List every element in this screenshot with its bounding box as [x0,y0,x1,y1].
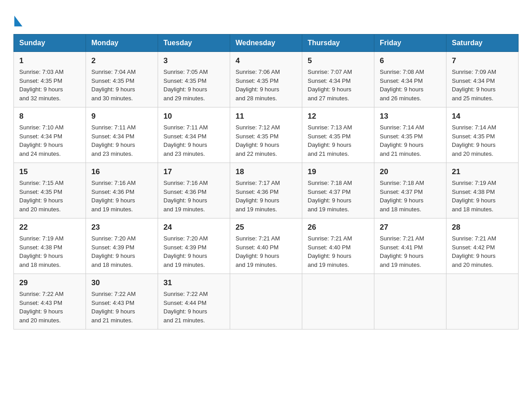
table-row: 16 Sunrise: 7:16 AM Sunset: 4:36 PM Dayl… [86,163,158,218]
day-info: Sunrise: 7:22 AM Sunset: 4:43 PM Dayligh… [19,291,64,324]
day-info: Sunrise: 7:14 AM Sunset: 4:35 PM Dayligh… [380,124,424,157]
day-number: 9 [91,112,152,121]
table-row: 8 Sunrise: 7:10 AM Sunset: 4:34 PM Dayli… [14,107,86,163]
table-row: 26 Sunrise: 7:21 AM Sunset: 4:40 PM Dayl… [302,218,374,274]
calendar-row: 29 Sunrise: 7:22 AM Sunset: 4:43 PM Dayl… [14,274,519,330]
day-number: 22 [19,223,80,232]
table-row: 28 Sunrise: 7:21 AM Sunset: 4:42 PM Dayl… [446,218,519,274]
day-number: 6 [380,56,441,65]
day-info: Sunrise: 7:19 AM Sunset: 4:38 PM Dayligh… [19,235,64,268]
table-row: 18 Sunrise: 7:17 AM Sunset: 4:36 PM Dayl… [230,163,302,218]
day-info: Sunrise: 7:21 AM Sunset: 4:41 PM Dayligh… [380,235,424,268]
page-header [13,13,519,25]
table-row: 4 Sunrise: 7:06 AM Sunset: 4:35 PM Dayli… [230,52,302,107]
day-info: Sunrise: 7:07 AM Sunset: 4:34 PM Dayligh… [308,68,352,102]
day-number: 30 [91,278,152,287]
day-number: 26 [308,223,369,232]
day-info: Sunrise: 7:18 AM Sunset: 4:37 PM Dayligh… [308,180,352,213]
day-info: Sunrise: 7:17 AM Sunset: 4:36 PM Dayligh… [236,180,280,213]
day-info: Sunrise: 7:22 AM Sunset: 4:43 PM Dayligh… [91,291,136,324]
table-row: 15 Sunrise: 7:15 AM Sunset: 4:35 PM Dayl… [14,163,86,218]
day-number: 8 [19,112,80,121]
col-monday: Monday [86,34,158,52]
table-row: 22 Sunrise: 7:19 AM Sunset: 4:38 PM Dayl… [14,218,86,274]
day-number: 5 [308,56,369,65]
day-info: Sunrise: 7:16 AM Sunset: 4:36 PM Dayligh… [91,180,136,213]
logo-text [13,13,23,29]
day-info: Sunrise: 7:05 AM Sunset: 4:35 PM Dayligh… [163,68,208,102]
table-row: 25 Sunrise: 7:21 AM Sunset: 4:40 PM Dayl… [230,218,302,274]
day-info: Sunrise: 7:20 AM Sunset: 4:39 PM Dayligh… [91,235,136,268]
day-info: Sunrise: 7:08 AM Sunset: 4:34 PM Dayligh… [380,68,424,102]
day-info: Sunrise: 7:13 AM Sunset: 4:35 PM Dayligh… [308,124,352,157]
calendar-table: Sunday Monday Tuesday Wednesday Thursday… [13,34,519,330]
table-row: 10 Sunrise: 7:11 AM Sunset: 4:34 PM Dayl… [158,107,230,163]
table-row [302,274,374,330]
calendar-row: 15 Sunrise: 7:15 AM Sunset: 4:35 PM Dayl… [14,163,519,218]
table-row: 6 Sunrise: 7:08 AM Sunset: 4:34 PM Dayli… [374,52,446,107]
day-info: Sunrise: 7:15 AM Sunset: 4:35 PM Dayligh… [19,180,64,213]
table-row: 29 Sunrise: 7:22 AM Sunset: 4:43 PM Dayl… [14,274,86,330]
table-row: 11 Sunrise: 7:12 AM Sunset: 4:35 PM Dayl… [230,107,302,163]
table-row: 31 Sunrise: 7:22 AM Sunset: 4:44 PM Dayl… [158,274,230,330]
table-row: 21 Sunrise: 7:19 AM Sunset: 4:38 PM Dayl… [446,163,519,218]
day-info: Sunrise: 7:18 AM Sunset: 4:37 PM Dayligh… [380,180,424,213]
day-info: Sunrise: 7:12 AM Sunset: 4:35 PM Dayligh… [236,124,280,157]
weekday-row: Sunday Monday Tuesday Wednesday Thursday… [14,34,519,52]
day-number: 28 [452,223,513,232]
table-row [446,274,519,330]
day-number: 15 [19,167,80,176]
day-number: 18 [236,167,296,176]
day-info: Sunrise: 7:20 AM Sunset: 4:39 PM Dayligh… [163,235,208,268]
col-wednesday: Wednesday [230,34,302,52]
table-row: 19 Sunrise: 7:18 AM Sunset: 4:37 PM Dayl… [302,163,374,218]
table-row: 1 Sunrise: 7:03 AM Sunset: 4:35 PM Dayli… [14,52,86,107]
col-friday: Friday [374,34,446,52]
table-row: 3 Sunrise: 7:05 AM Sunset: 4:35 PM Dayli… [158,52,230,107]
day-number: 14 [452,112,513,121]
day-number: 17 [163,167,224,176]
calendar-row: 22 Sunrise: 7:19 AM Sunset: 4:38 PM Dayl… [14,218,519,274]
day-info: Sunrise: 7:16 AM Sunset: 4:36 PM Dayligh… [163,180,208,213]
day-number: 25 [236,223,296,232]
day-info: Sunrise: 7:11 AM Sunset: 4:34 PM Dayligh… [163,124,208,157]
table-row: 5 Sunrise: 7:07 AM Sunset: 4:34 PM Dayli… [302,52,374,107]
day-info: Sunrise: 7:21 AM Sunset: 4:42 PM Dayligh… [452,235,496,268]
day-number: 7 [452,56,513,65]
day-number: 21 [452,167,513,176]
logo [13,13,23,25]
day-number: 23 [91,223,152,232]
day-info: Sunrise: 7:14 AM Sunset: 4:35 PM Dayligh… [452,124,496,157]
table-row: 7 Sunrise: 7:09 AM Sunset: 4:34 PM Dayli… [446,52,519,107]
day-number: 27 [380,223,441,232]
col-tuesday: Tuesday [158,34,230,52]
table-row: 23 Sunrise: 7:20 AM Sunset: 4:39 PM Dayl… [86,218,158,274]
day-info: Sunrise: 7:11 AM Sunset: 4:34 PM Dayligh… [91,124,136,157]
calendar-body: 1 Sunrise: 7:03 AM Sunset: 4:35 PM Dayli… [14,52,519,330]
table-row: 20 Sunrise: 7:18 AM Sunset: 4:37 PM Dayl… [374,163,446,218]
col-saturday: Saturday [446,34,519,52]
table-row: 17 Sunrise: 7:16 AM Sunset: 4:36 PM Dayl… [158,163,230,218]
day-info: Sunrise: 7:19 AM Sunset: 4:38 PM Dayligh… [452,180,496,213]
table-row: 24 Sunrise: 7:20 AM Sunset: 4:39 PM Dayl… [158,218,230,274]
col-sunday: Sunday [14,34,86,52]
table-row: 13 Sunrise: 7:14 AM Sunset: 4:35 PM Dayl… [374,107,446,163]
day-number: 4 [236,56,296,65]
table-row: 2 Sunrise: 7:04 AM Sunset: 4:35 PM Dayli… [86,52,158,107]
day-number: 13 [380,112,441,121]
day-number: 19 [308,167,369,176]
day-number: 3 [163,56,224,65]
day-number: 11 [236,112,296,121]
day-info: Sunrise: 7:10 AM Sunset: 4:34 PM Dayligh… [19,124,64,157]
day-info: Sunrise: 7:21 AM Sunset: 4:40 PM Dayligh… [308,235,352,268]
calendar-row: 8 Sunrise: 7:10 AM Sunset: 4:34 PM Dayli… [14,107,519,163]
day-number: 24 [163,223,224,232]
table-row [230,274,302,330]
calendar-header: Sunday Monday Tuesday Wednesday Thursday… [14,34,519,52]
day-info: Sunrise: 7:22 AM Sunset: 4:44 PM Dayligh… [163,291,208,324]
day-number: 10 [163,112,224,121]
day-info: Sunrise: 7:03 AM Sunset: 4:35 PM Dayligh… [19,68,64,102]
day-number: 29 [19,278,80,287]
calendar-row: 1 Sunrise: 7:03 AM Sunset: 4:35 PM Dayli… [14,52,519,107]
day-number: 31 [163,278,224,287]
